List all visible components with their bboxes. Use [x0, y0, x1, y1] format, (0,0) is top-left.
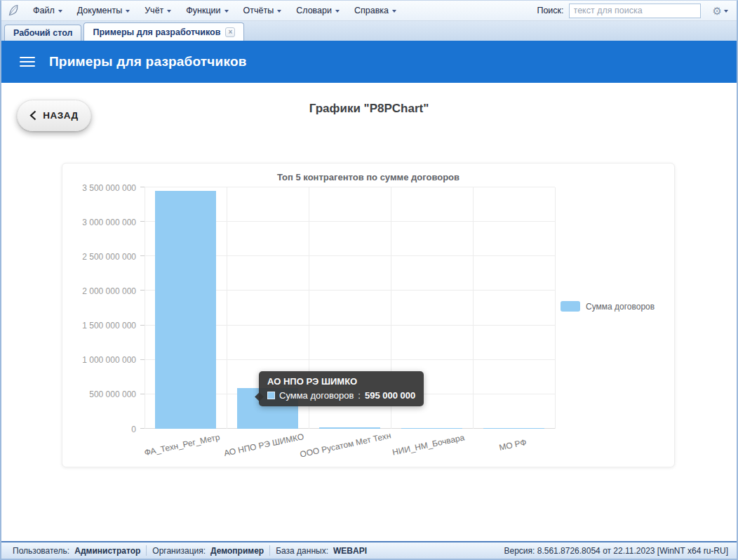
hamburger-menu-icon[interactable] — [20, 57, 35, 67]
y-axis-label: 2 000 000 000 — [82, 286, 136, 296]
tab-developer-examples[interactable]: Примеры для разработчиков × — [83, 22, 244, 41]
x-axis-label: НИИ_НМ_Бочвара — [391, 432, 465, 457]
tab-bar: Рабочий стол Примеры для разработчиков × — [1, 21, 737, 41]
content-area: НАЗАД Графики "P8PChart" Топ 5 контраген… — [1, 83, 737, 541]
chevron-down-icon — [58, 10, 62, 13]
bar-slot — [473, 187, 555, 429]
menu-reports[interactable]: Отчёты — [237, 3, 288, 18]
tooltip-value: 595 000 000 — [365, 390, 415, 401]
x-axis-label: АО НПО РЭ ШИМКО — [222, 432, 304, 458]
menu-file[interactable]: Файл — [27, 3, 69, 18]
chevron-down-icon — [224, 10, 229, 13]
menu-accounting-label: Учёт — [145, 6, 163, 15]
chevron-down-icon — [277, 10, 281, 13]
status-database: База данных: WEBAPI — [271, 546, 371, 556]
y-axis-label: 500 000 000 — [89, 389, 136, 399]
menu-file-label: Файл — [33, 6, 55, 15]
chevron-down-icon — [724, 10, 728, 13]
status-separator — [269, 545, 270, 556]
bar-ООО Русатом Мет Техн[interactable] — [319, 427, 380, 429]
chart-title: Топ 5 контрагентов по сумме договоров — [62, 172, 674, 182]
bar-МО РФ[interactable] — [483, 428, 544, 429]
status-user-label: Пользователь: — [13, 546, 69, 556]
menu-reports-label: Отчёты — [243, 6, 274, 15]
y-axis-label: 3 000 000 000 — [82, 218, 136, 227]
menu-help[interactable]: Справка — [348, 3, 403, 18]
tab-desktop[interactable]: Рабочий стол — [4, 25, 81, 41]
search-area: Поиск: ⚙ — [537, 4, 731, 18]
menu-functions-label: Функции — [186, 6, 220, 15]
bar-ФА_Техн_Рег_Метр[interactable] — [155, 191, 216, 429]
status-database-label: База данных: — [276, 546, 328, 556]
status-organization-value: Демопример — [210, 546, 264, 556]
search-label: Поиск: — [537, 6, 563, 15]
tooltip-separator: : — [358, 390, 361, 401]
menu-accounting[interactable]: Учёт — [138, 3, 177, 18]
tooltip-series-swatch — [267, 392, 275, 399]
menu-documents[interactable]: Документы — [71, 3, 136, 18]
y-axis-label: 3 500 000 000 — [82, 183, 136, 193]
status-bar: Пользователь: Администратор Организация:… — [1, 541, 737, 559]
page-header: Примеры для разработчиков — [1, 41, 737, 83]
close-icon[interactable]: × — [225, 27, 235, 37]
chevron-down-icon — [335, 10, 340, 13]
y-axis-label: 1 000 000 000 — [82, 355, 136, 365]
menu-functions[interactable]: Функции — [180, 3, 234, 18]
app-window: Файл Документы Учёт Функции Отчёты Слова… — [0, 0, 738, 560]
x-axis-label: МО РФ — [498, 437, 528, 453]
legend-label: Сумма договоров — [586, 302, 655, 312]
search-input[interactable] — [569, 4, 701, 18]
y-axis-label: 2 500 000 000 — [82, 252, 136, 262]
gridline-vertical — [555, 187, 556, 429]
tooltip-row: Сумма договоров: 595 000 000 — [267, 390, 415, 401]
bar-slot — [145, 187, 227, 429]
status-organization-label: Организация: — [152, 546, 206, 556]
chart-tooltip: АО НПО РЭ ШИМКО Сумма договоров: 595 000… — [259, 371, 424, 406]
x-axis-label: ФА_Техн_Рег_Метр — [143, 432, 220, 458]
chevron-down-icon — [126, 10, 130, 13]
menu-dictionaries-label: Словари — [296, 6, 332, 15]
gear-icon: ⚙ — [713, 6, 722, 16]
status-version: Версия: 8.561.8726.8054 от 22.11.2023 [W… — [504, 546, 730, 556]
header-title: Примеры для разработчиков — [49, 54, 247, 69]
bar-НИИ_НМ_Бочвара[interactable] — [401, 428, 462, 429]
tooltip-title: АО НПО РЭ ШИМКО — [267, 376, 415, 387]
chart-card: Топ 5 контрагентов по сумме договоров 05… — [62, 163, 675, 467]
legend-swatch — [561, 301, 580, 312]
tab-desktop-label: Рабочий стол — [13, 28, 72, 38]
menu-help-label: Справка — [354, 6, 389, 15]
tab-developer-examples-label: Примеры для разработчиков — [93, 27, 220, 37]
status-user: Пользователь: Администратор — [8, 546, 145, 556]
status-separator — [146, 545, 147, 556]
y-axis-label: 1 500 000 000 — [82, 321, 136, 331]
status-user-value: Администратор — [74, 546, 140, 556]
page-title: Графики "P8PChart" — [1, 102, 737, 116]
menu-dictionaries[interactable]: Словари — [290, 3, 346, 18]
app-logo-quill-icon — [6, 3, 21, 18]
status-organization: Организация: Демопример — [148, 546, 268, 556]
status-database-value: WEBAPI — [333, 546, 367, 556]
y-axis-label: 0 — [131, 425, 136, 434]
legend-item[interactable]: Сумма договоров — [561, 301, 655, 312]
tooltip-series-name: Сумма договоров — [279, 390, 354, 401]
menu-bar: Файл Документы Учёт Функции Отчёты Слова… — [1, 1, 737, 21]
chevron-down-icon — [392, 10, 396, 13]
settings-gear-button[interactable]: ⚙ — [710, 4, 731, 18]
chevron-down-icon — [167, 10, 171, 13]
menu-documents-label: Документы — [77, 6, 122, 15]
x-axis-label: ООО Русатом Мет Техн — [299, 430, 391, 459]
